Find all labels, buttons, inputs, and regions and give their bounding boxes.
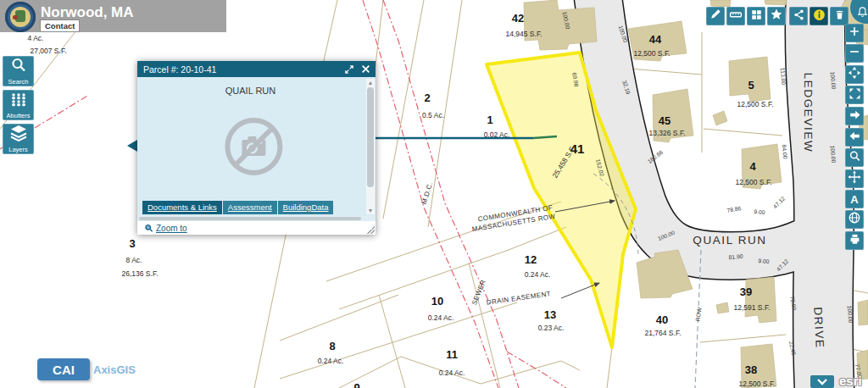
basemap-tool-button[interactable] [747,7,765,25]
layers-icon [9,125,28,145]
overview-globe-button[interactable] [845,210,864,229]
scroll-up-arrow[interactable]: ▲ [366,79,375,86]
info-button[interactable] [810,7,828,25]
zoom-to-label: Zoom to [156,224,187,233]
share-button[interactable] [789,7,808,25]
bookmark-tool-button[interactable] [767,7,786,25]
town-seal-logo [5,2,36,32]
pan-button[interactable] [845,169,864,188]
map-canvas[interactable] [0,0,868,388]
zoom-to-link[interactable]: Zoom to [144,224,187,233]
popup-footer: Zoom to [137,221,376,235]
contact-button[interactable]: Contact [40,19,80,32]
popup-resize-handle[interactable] [367,226,375,234]
chevron-down-icon [816,374,828,388]
scroll-down-arrow[interactable]: ▼ [366,207,375,214]
sidebar-button-layers[interactable]: Layers [3,124,34,154]
popup-tabs: Documents & Links Assessment BuildingDat… [142,201,334,214]
popup-anchor-pointer [127,140,137,152]
esri-watermark: esri [839,374,862,388]
zoom-box-button[interactable] [845,148,864,167]
scrollbar-thumb[interactable] [139,217,361,220]
pencil-icon [709,8,722,25]
sidebar-button-label: Abutters [7,112,31,119]
town-title: Norwood, MA [41,4,134,21]
full-extent-icon [849,87,861,103]
next-extent-button[interactable] [845,107,864,125]
full-extent-button[interactable] [845,86,864,104]
popup-header[interactable]: Parcel #: 20-10-41 [137,61,376,77]
trash-icon [833,8,846,25]
zoom-out-button[interactable] [845,44,864,63]
print-button[interactable] [845,231,864,250]
magnifier-icon [849,150,861,166]
search-icon [10,57,27,77]
pan-arrows-icon [848,170,861,187]
popup-body: QUAIL RUN Documents & Links Assessment B… [137,77,376,216]
parcel-popup: Parcel #: 20-10-41 QUAIL RUN Documents &… [137,61,376,235]
arrow-left-icon [849,130,861,146]
cai-axisgis-logo[interactable]: CAI AxisGIS [37,358,136,380]
sidebar-button-label: Layers [8,146,28,153]
no-photo-icon [223,116,284,180]
tab-building-data[interactable]: BuildingData [278,201,334,214]
printer-icon [849,233,861,249]
popup-title: Parcel #: 20-10-41 [141,64,340,75]
share-icon [793,8,805,25]
tab-assessment[interactable]: Assessment [223,201,277,214]
letter-a-icon: A [850,193,858,206]
grid-icon [750,8,763,25]
popup-close-button[interactable] [359,63,372,76]
popup-expand-button[interactable] [342,63,356,76]
axisgis-wordmark: AxisGIS [93,363,136,376]
globe-icon [848,211,861,228]
previous-extent-button[interactable] [845,128,864,147]
tab-documents-links[interactable]: Documents & Links [142,201,222,214]
zoom-out-icon [849,46,860,61]
parcel-boundary-lines [0,0,868,388]
cai-logo-box: CAI [37,358,90,380]
default-extent-button[interactable] [845,65,864,84]
label-tool-button[interactable]: A [845,190,864,208]
zoom-in-icon [849,25,860,41]
measure-tool-button[interactable] [726,7,745,25]
star-icon [770,8,783,25]
collapse-panel-button[interactable] [810,375,834,388]
arrow-right-icon [849,108,861,125]
abutters-icon [9,91,28,111]
bell-icon [856,6,868,22]
delete-button[interactable] [830,7,849,25]
info-icon [812,8,826,25]
draw-tool-button[interactable] [706,7,725,25]
ruler-icon [729,8,743,25]
sidebar-button-search[interactable]: Search [3,56,34,86]
parcel-address: QUAIL RUN [137,86,364,96]
popup-vertical-scrollbar[interactable]: ▲ ▼ [366,79,375,214]
sidebar-button-abutters[interactable]: Abutters [3,90,34,120]
sidebar-button-label: Search [8,78,29,86]
zoom-in-button[interactable] [845,24,864,42]
scrollbar-thumb[interactable] [367,87,374,187]
default-extent-icon [848,66,861,83]
